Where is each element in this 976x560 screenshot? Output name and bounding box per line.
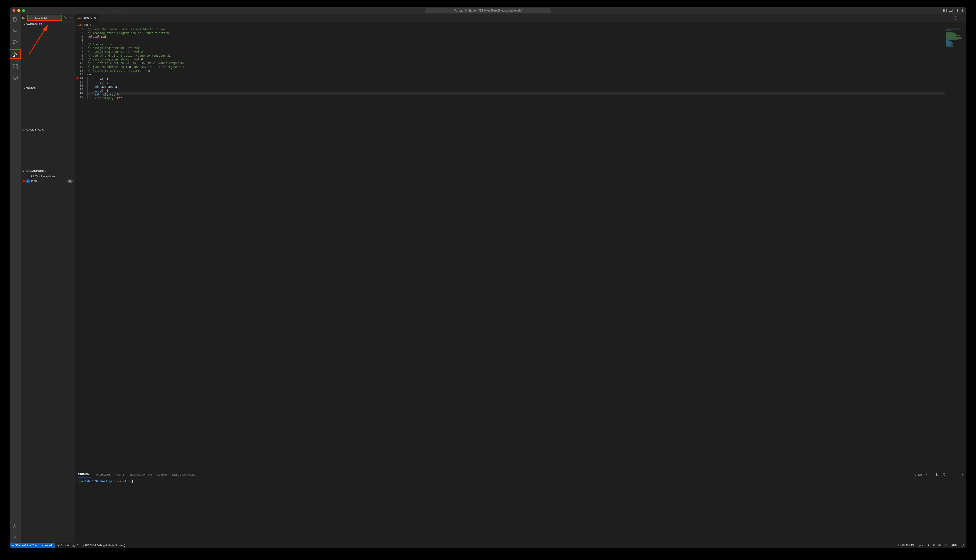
extensions-icon[interactable]	[12, 64, 18, 70]
svg-point-20	[15, 536, 16, 538]
debug-launch-selector[interactable]: ▷ RISCV32 De ⌄	[27, 15, 62, 20]
panel-more-icon[interactable]: ⋯	[949, 473, 952, 476]
breadcrumb[interactable]: ASM lab0.S	[75, 22, 966, 28]
status-bar: ⇋ SSH: ee69lnx23.ecn.purdue.edu ⓧ0 ⚠0 0 …	[10, 543, 966, 548]
explorer-icon[interactable]	[12, 17, 18, 23]
chevron-down-icon	[22, 128, 25, 130]
editor-area: ASM lab0.S ✕ ⋯ ASM lab0.S 12345678910111…	[75, 14, 966, 543]
panel-tab-serial-monitor[interactable]: SERIAL MONITOR	[129, 472, 152, 477]
chevron-down-icon[interactable]: ⌄	[58, 16, 60, 19]
status-language[interactable]: ARM	[949, 544, 959, 547]
start-debug-icon[interactable]: ▷	[29, 16, 31, 19]
remote-icon: ⇋	[12, 544, 14, 547]
debug-alt-icon: ▷	[82, 544, 84, 547]
debug-config-name: RISCV32 De	[32, 16, 57, 19]
panel-tabs: TERMINALPROBLEMSPORTSSERIAL MONITOROUTPU…	[75, 471, 966, 478]
panel-tab-ports[interactable]: PORTS	[115, 472, 125, 477]
status-indentation[interactable]: Spaces: 4	[916, 544, 931, 547]
status-notifications-icon[interactable]	[959, 544, 966, 547]
breakpoint-dot-icon	[23, 180, 25, 182]
run-and-debug-icon[interactable]	[10, 50, 21, 58]
split-terminal-icon[interactable]	[936, 473, 939, 476]
panel-tab-output[interactable]: OUTPUT	[157, 472, 167, 477]
accounts-icon[interactable]	[12, 523, 18, 529]
nav-back-button[interactable]: ←	[117, 9, 119, 12]
svg-point-6	[13, 40, 15, 41]
split-editor-icon[interactable]	[954, 17, 957, 20]
status-launch-config[interactable]: ▷ RISCV32 Debug (Lab_0_Student)	[80, 543, 127, 548]
chevron-down-icon	[22, 169, 25, 172]
error-icon: ⓧ	[57, 544, 60, 547]
window-zoom-button[interactable]	[22, 9, 25, 12]
debug-settings-gear-icon[interactable]	[63, 16, 68, 20]
activity-bar	[10, 14, 21, 543]
svg-point-8	[16, 41, 18, 42]
title-bar: ← → Lab_0_Student [SSH: ee69lnx23.ecn.pu…	[10, 7, 966, 14]
toggle-panel-icon[interactable]	[949, 9, 953, 12]
nav-forward-button[interactable]: →	[123, 9, 126, 12]
debug-view-title: R..	[22, 16, 27, 19]
chevron-down-icon	[22, 87, 25, 89]
svg-marker-9	[14, 53, 17, 56]
status-ports[interactable]: 0	[70, 543, 80, 548]
terminal-profile[interactable]: zsh	[913, 473, 922, 476]
close-panel-icon[interactable]: ✕	[961, 473, 964, 476]
watch-section-header[interactable]: WATCH	[21, 86, 75, 91]
svg-line-5	[16, 32, 18, 33]
remote-explorer-icon[interactable]	[12, 75, 18, 81]
tab-close-icon[interactable]: ✕	[94, 16, 96, 20]
checkbox-checked[interactable]: ✓	[27, 180, 30, 183]
svg-point-19	[14, 524, 16, 526]
breakpoints-section-header[interactable]: BREAKPOINTS	[21, 168, 75, 173]
svg-rect-14	[16, 67, 18, 69]
svg-point-0	[455, 9, 456, 11]
toggle-secondary-sidebar-icon[interactable]	[955, 9, 958, 12]
source-control-icon[interactable]	[12, 39, 18, 45]
window-close-button[interactable]	[12, 9, 15, 12]
panel-tab-problems[interactable]: PROBLEMS	[96, 472, 111, 477]
breakpoint-all-cpp-exceptions[interactable]: All C++ Exceptions	[21, 174, 75, 179]
terminal-dropdown-icon[interactable]: ⌄	[931, 473, 933, 476]
tab-label: lab0.S	[84, 16, 92, 20]
command-center[interactable]: Lab_0_Student [SSH: ee69lnx23.ecn.purdue…	[426, 8, 550, 13]
panel-tab-terminal[interactable]: TERMINAL	[78, 472, 91, 477]
svg-point-7	[13, 43, 15, 44]
status-encoding[interactable]: UTF-8	[931, 544, 943, 547]
svg-rect-13	[13, 67, 15, 69]
customize-layout-icon[interactable]	[961, 9, 964, 12]
debug-more-icon[interactable]: ⋯	[69, 16, 74, 20]
bottom-panel: TERMINALPROBLEMSPORTSSERIAL MONITOROUTPU…	[75, 471, 966, 543]
search-icon[interactable]	[12, 28, 18, 33]
terminal[interactable]: ○ → Lab_0_Student git:(main) ✗	[75, 478, 966, 543]
svg-rect-15	[16, 65, 18, 66]
minimap[interactable]	[945, 28, 966, 471]
search-icon	[454, 9, 457, 12]
warning-icon: ⚠	[64, 544, 66, 547]
settings-gear-icon[interactable]	[12, 534, 18, 540]
new-terminal-button[interactable]: ＋	[925, 473, 928, 476]
asm-file-icon: ASM	[77, 17, 82, 19]
code-editor[interactable]: 12345678910111213141516171819 // Mark th…	[75, 28, 966, 471]
callstack-section-header[interactable]: CALL STACK	[21, 127, 75, 132]
editor-more-icon[interactable]: ⋯	[961, 16, 964, 20]
svg-line-1	[456, 11, 456, 12]
status-cursor-position[interactable]: Ln 18, Col 19	[896, 544, 916, 547]
window-minimize-button[interactable]	[17, 9, 20, 12]
breakpoint-line-badge: 14	[67, 180, 73, 183]
checkbox-unchecked[interactable]	[26, 175, 29, 178]
status-remote[interactable]: ⇋ SSH: ee69lnx23.ecn.purdue.edu	[10, 543, 55, 548]
breakpoint-lab0[interactable]: ✓ lab0.S 14	[21, 179, 75, 183]
variables-section-header[interactable]: VARIABLES	[21, 22, 75, 27]
svg-point-21	[65, 17, 66, 18]
status-problems[interactable]: ⓧ0 ⚠0	[55, 543, 70, 548]
kill-terminal-icon[interactable]	[943, 473, 946, 477]
maximize-panel-icon[interactable]: ︿	[955, 473, 958, 476]
svg-rect-12	[13, 65, 15, 66]
status-eol[interactable]: LF	[943, 544, 949, 547]
editor-tabs: ASM lab0.S ✕ ⋯	[75, 14, 966, 22]
tab-lab0[interactable]: ASM lab0.S ✕	[75, 14, 99, 22]
toggle-primary-sidebar-icon[interactable]	[943, 9, 947, 12]
command-center-text: Lab_0_Student [SSH: ee69lnx23.ecn.purdue…	[459, 9, 522, 12]
panel-tab-debug-console[interactable]: DEBUG CONSOLE	[172, 472, 195, 477]
asm-file-icon: ASM	[78, 24, 83, 26]
